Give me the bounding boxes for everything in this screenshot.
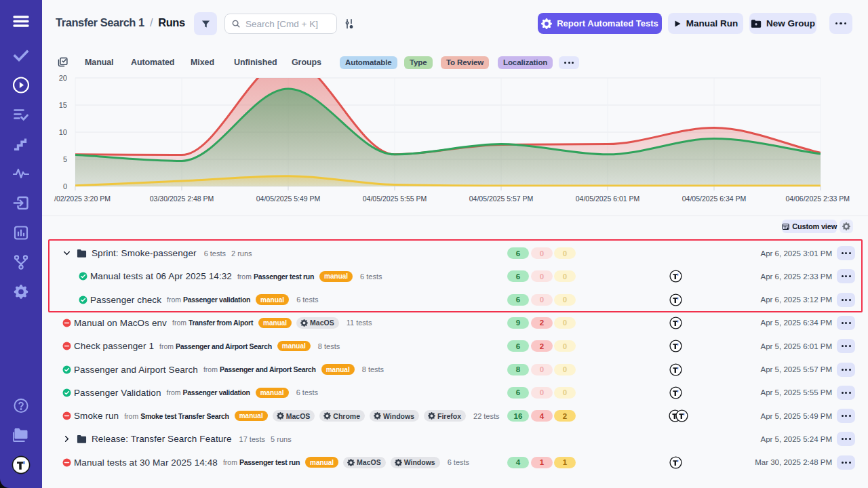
svg-text:/02/2025 3:20 PM: /02/2025 3:20 PM <box>54 195 111 203</box>
svg-text:5: 5 <box>63 155 67 163</box>
svg-text:15: 15 <box>59 101 67 109</box>
svg-text:04/05/2025 5:49 PM: 04/05/2025 5:49 PM <box>256 195 321 203</box>
svg-text:04/05/2025 5:55 PM: 04/05/2025 5:55 PM <box>363 195 427 203</box>
svg-text:03/30/2025 2:48 PM: 03/30/2025 2:48 PM <box>150 195 214 203</box>
svg-text:04/06/2025 2:33 PM: 04/06/2025 2:33 PM <box>785 195 850 203</box>
svg-text:0: 0 <box>63 182 67 190</box>
svg-text:04/05/2025 5:57 PM: 04/05/2025 5:57 PM <box>469 195 534 203</box>
svg-text:04/05/2025 6:34 PM: 04/05/2025 6:34 PM <box>682 195 747 203</box>
svg-text:20: 20 <box>59 74 67 82</box>
svg-text:10: 10 <box>59 128 67 136</box>
svg-text:04/05/2025 6:01 PM: 04/05/2025 6:01 PM <box>576 195 640 203</box>
